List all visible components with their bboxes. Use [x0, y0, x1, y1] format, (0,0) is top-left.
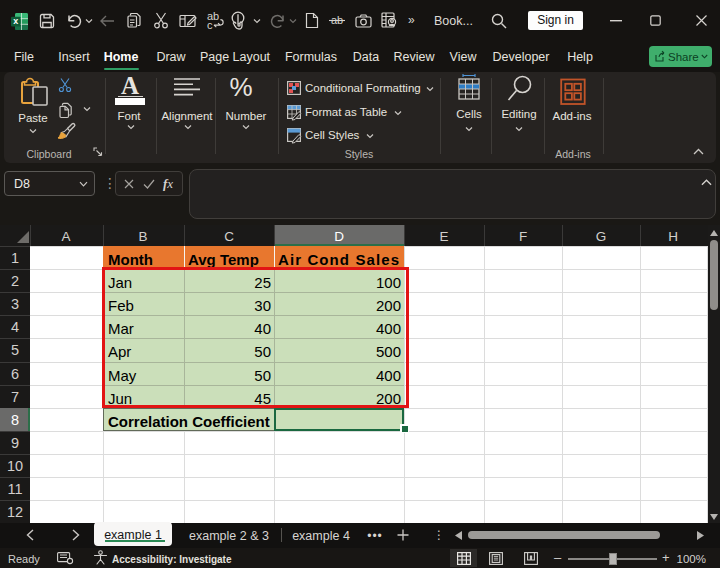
svg-text:c: c	[207, 19, 213, 31]
svg-text:x: x	[13, 16, 18, 26]
